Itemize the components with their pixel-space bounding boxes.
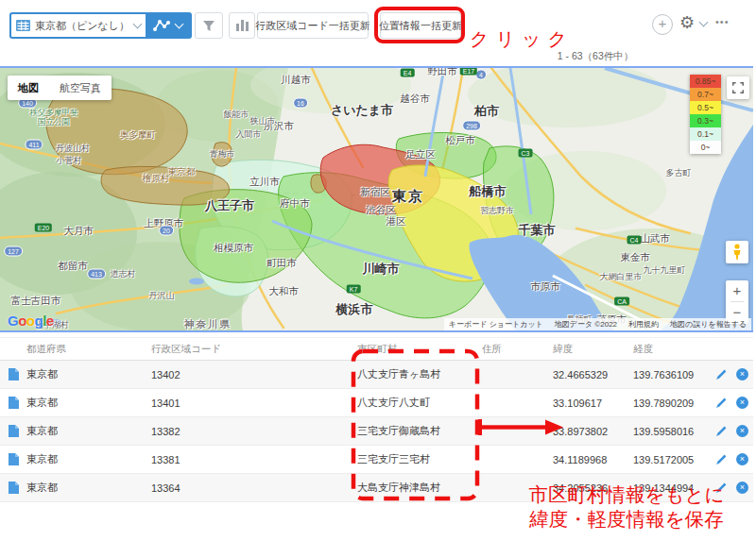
record-file-icon[interactable]	[9, 482, 19, 494]
bar-chart-icon	[236, 20, 249, 31]
attribution-link[interactable]: 地図の誤りを報告する	[670, 319, 747, 330]
cell-admin-code: 13381	[151, 454, 357, 465]
record-cell-icon	[0, 368, 26, 380]
cell-prefecture: 東京都	[26, 367, 151, 381]
google-logo-letter: o	[18, 313, 26, 329]
cell-actions: ×	[713, 453, 753, 465]
cell-city: 三宅支庁御蔵島村	[357, 424, 482, 438]
attribution-link[interactable]: キーボード ショートカット	[449, 319, 543, 330]
attribution-link[interactable]: 利用規約	[628, 319, 659, 330]
edit-pencil-button[interactable]	[715, 368, 728, 380]
chevron-down-icon	[175, 20, 184, 29]
table-view-icon	[16, 20, 30, 31]
cell-city: 大島支庁神津島村	[357, 481, 482, 495]
settings-gear-icon[interactable]: ⚙	[679, 12, 695, 33]
road-shield: 298	[462, 121, 481, 131]
annotation-note: 市区町村情報をもとに 緯度・軽度情報を保存	[499, 482, 754, 531]
google-logo-letter: e	[46, 313, 54, 329]
cell-admin-code: 13364	[151, 482, 357, 494]
google-logo-letter: g	[35, 313, 43, 329]
annotation-click-label: クリック	[470, 26, 574, 52]
fullscreen-icon	[731, 81, 745, 94]
location-update-button[interactable]: 位置情報一括更新	[380, 12, 461, 39]
column-header: 経度	[633, 343, 713, 356]
cell-actions: ×	[713, 425, 753, 437]
cell-latitude: 32.4665329	[553, 369, 633, 380]
chevron-down-icon[interactable]	[699, 18, 709, 27]
record-pager: 1 - 63（63件中）	[510, 50, 680, 63]
cell-longitude: 139.7636109	[633, 369, 713, 380]
cell-actions: ×	[713, 368, 753, 380]
graph-icon	[153, 19, 170, 32]
tab-map[interactable]: 地図	[8, 81, 49, 95]
edit-pencil-button[interactable]	[715, 453, 728, 465]
record-file-icon[interactable]	[9, 453, 19, 465]
record-file-icon[interactable]	[9, 368, 19, 380]
delete-button[interactable]: ×	[736, 453, 748, 465]
road-shield: K7	[347, 285, 361, 294]
cell-latitude: 34.1189968	[553, 454, 633, 465]
options-dots-icon[interactable]: •••	[715, 16, 730, 27]
view-selector[interactable]: 東京都（ピンなし）	[9, 12, 192, 39]
road-shield: E20	[35, 224, 52, 232]
column-header: 市区町村	[357, 343, 482, 356]
road-shield: E4	[401, 69, 415, 77]
google-logo-letter: o	[26, 313, 35, 329]
road-shield: 16	[293, 98, 308, 109]
tab-satellite[interactable]: 航空写真	[49, 81, 112, 95]
delete-button[interactable]: ×	[736, 397, 748, 409]
record-file-icon[interactable]	[9, 397, 19, 409]
column-header: 住所	[482, 343, 553, 356]
edit-pencil-button[interactable]	[715, 425, 728, 437]
filter-button[interactable]	[195, 12, 223, 39]
attribution-text: 地図データ ©2022	[555, 319, 617, 330]
table-header: 都道府県行政区域コード市区町村住所緯度経度	[0, 337, 753, 361]
cell-admin-code: 13401	[151, 397, 357, 409]
funnel-icon	[202, 20, 215, 32]
admin-code-update-button[interactable]: 行政区域コード一括更新	[257, 12, 369, 39]
legend-item: 0.7~	[690, 88, 721, 101]
view-select-field[interactable]: 東京都（ピンなし）	[9, 12, 146, 39]
legend-item: 0.85~	[690, 75, 721, 88]
google-logo[interactable]: Google	[8, 313, 54, 329]
table-row: 東京都13402八丈支庁青ヶ島村32.4665329139.7636109×	[0, 361, 753, 389]
legend-item: 0.3~	[690, 114, 721, 127]
chart-button[interactable]	[229, 12, 255, 39]
cell-longitude: 139.7890209	[633, 397, 713, 409]
record-table: 都道府県行政区域コード市区町村住所緯度経度 東京都13402八丈支庁青ヶ島村32…	[0, 337, 753, 502]
road-shield: 20	[159, 226, 174, 236]
graph-view-button[interactable]	[146, 12, 192, 39]
record-cell-icon	[0, 453, 26, 465]
cell-admin-code: 13402	[151, 369, 357, 380]
record-file-icon[interactable]	[9, 425, 19, 437]
cell-longitude: 139.5172005	[633, 454, 713, 465]
cell-prefecture: 東京都	[26, 424, 151, 438]
legend-item: 0.5~	[690, 101, 721, 114]
fullscreen-button[interactable]	[727, 76, 749, 99]
pegman-control[interactable]	[726, 241, 748, 263]
app-root: 東京都（ピンなし） 行政区域コード一括更新 位置情報一括更新 + ⚙ ••• 1…	[0, 0, 756, 541]
road-shield: 411	[25, 140, 43, 150]
cell-admin-code: 13382	[151, 426, 357, 437]
add-record-button[interactable]: +	[652, 14, 673, 35]
legend-item: 0~	[690, 141, 721, 154]
road-shield: E17	[460, 67, 477, 76]
table-row: 東京都13401八丈支庁八丈町33.109617139.7890209×	[0, 389, 753, 417]
cell-latitude: 33.8973802	[553, 426, 633, 437]
delete-button[interactable]: ×	[736, 368, 748, 380]
pegman-icon	[731, 244, 743, 261]
cell-prefecture: 東京都	[26, 396, 151, 410]
delete-button[interactable]: ×	[736, 425, 748, 437]
chevron-down-icon	[133, 20, 143, 29]
view-select-label: 東京都（ピンなし）	[35, 19, 129, 33]
map-artwork	[0, 68, 753, 330]
record-cell-icon	[0, 425, 26, 437]
zoom-in-button[interactable]: +	[726, 280, 748, 301]
edit-pencil-button[interactable]	[715, 397, 728, 409]
road-shield: 4	[475, 70, 487, 80]
column-header: 緯度	[553, 343, 633, 356]
cell-city: 八丈支庁青ヶ島村	[357, 367, 482, 381]
road-shield: C4	[627, 236, 642, 245]
map-canvas[interactable]: 東京さいたま市千葉市横浜市川崎市八王子市船橋市柏市川越市越谷市野田市松戸市足立区…	[0, 66, 753, 332]
record-cell-icon	[0, 397, 26, 409]
